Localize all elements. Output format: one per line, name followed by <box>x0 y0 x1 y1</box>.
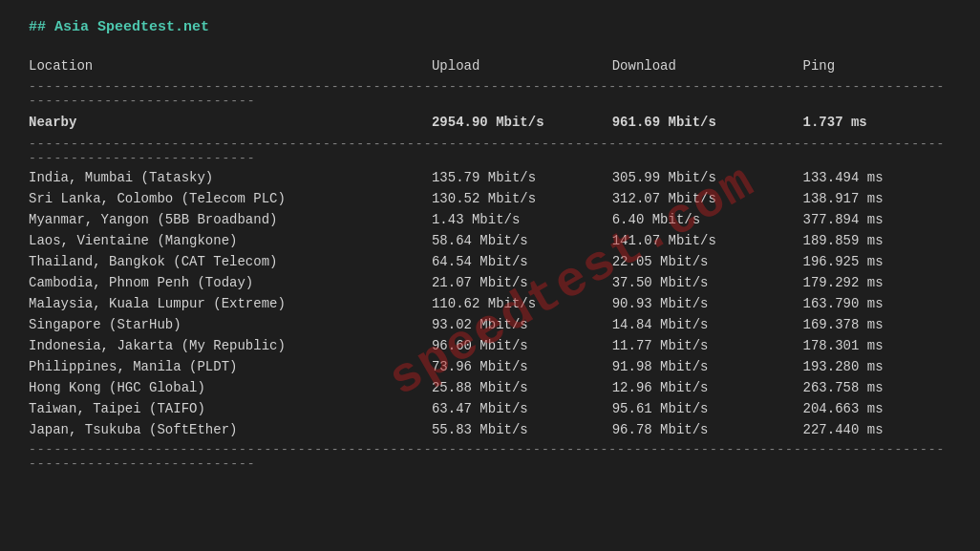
title-text: Asia Speedtest.net <box>54 19 209 35</box>
row-10-upload: 25.88 Mbit/s <box>432 377 612 398</box>
table-row: Thailand, Bangkok (CAT Telecom)64.54 Mbi… <box>29 251 951 272</box>
row-0-location: India, Mumbai (Tatasky) <box>29 167 432 188</box>
table-row: Japan, Tsukuba (SoftEther)55.83 Mbit/s96… <box>29 419 951 440</box>
row-2-upload: 1.43 Mbit/s <box>432 209 612 230</box>
row-12-download: 96.78 Mbit/s <box>612 419 803 440</box>
nearby-ping: 1.737 ms <box>803 110 951 135</box>
row-3-ping: 189.859 ms <box>803 230 951 251</box>
row-9-location: Philippines, Manila (PLDT) <box>29 356 432 377</box>
row-2-ping: 377.894 ms <box>803 209 951 230</box>
row-9-upload: 73.96 Mbit/s <box>432 356 612 377</box>
row-9-download: 91.98 Mbit/s <box>612 356 803 377</box>
row-2-download: 6.40 Mbit/s <box>612 209 803 230</box>
row-3-upload: 58.64 Mbit/s <box>432 230 612 251</box>
row-0-upload: 135.79 Mbit/s <box>432 167 612 188</box>
row-5-upload: 21.07 Mbit/s <box>432 272 612 293</box>
row-11-upload: 63.47 Mbit/s <box>432 398 612 419</box>
row-7-location: Singapore (StarHub) <box>29 314 432 335</box>
row-8-upload: 96.60 Mbit/s <box>432 335 612 356</box>
row-5-ping: 179.292 ms <box>803 272 951 293</box>
row-1-location: Sri Lanka, Colombo (Telecom PLC) <box>29 188 432 209</box>
title-prefix: ## <box>29 19 54 35</box>
table-row: Taiwan, Taipei (TAIFO)63.47 Mbit/s95.61 … <box>29 398 951 419</box>
table-row: Hong Kong (HGC Global)25.88 Mbit/s12.96 … <box>29 377 951 398</box>
row-11-ping: 204.663 ms <box>803 398 951 419</box>
header-ping: Ping <box>803 54 951 77</box>
row-6-download: 90.93 Mbit/s <box>612 293 803 314</box>
row-2-location: Myanmar, Yangon (5BB Broadband) <box>29 209 432 230</box>
row-4-upload: 64.54 Mbit/s <box>432 251 612 272</box>
table-row: Indonesia, Jakarta (My Republic)96.60 Mb… <box>29 335 951 356</box>
nearby-download: 961.69 Mbit/s <box>612 110 803 135</box>
row-10-ping: 263.758 ms <box>803 377 951 398</box>
row-10-download: 12.96 Mbit/s <box>612 377 803 398</box>
row-6-upload: 110.62 Mbit/s <box>432 293 612 314</box>
table-row: Malaysia, Kuala Lumpur (Extreme)110.62 M… <box>29 293 951 314</box>
table-header-row: Location Upload Download Ping <box>29 54 951 77</box>
row-12-location: Japan, Tsukuba (SoftEther) <box>29 419 432 440</box>
header-location: Location <box>29 54 432 77</box>
row-12-upload: 55.83 Mbit/s <box>432 419 612 440</box>
row-8-ping: 178.301 ms <box>803 335 951 356</box>
nearby-upload: 2954.90 Mbit/s <box>432 110 612 135</box>
row-4-location: Thailand, Bangkok (CAT Telecom) <box>29 251 432 272</box>
table-row: Sri Lanka, Colombo (Telecom PLC)130.52 M… <box>29 188 951 209</box>
row-0-ping: 133.494 ms <box>803 167 951 188</box>
row-11-location: Taiwan, Taipei (TAIFO) <box>29 398 432 419</box>
row-5-location: Cambodia, Phnom Penh (Today) <box>29 272 432 293</box>
row-1-upload: 130.52 Mbit/s <box>432 188 612 209</box>
row-4-ping: 196.925 ms <box>803 251 951 272</box>
row-5-download: 37.50 Mbit/s <box>612 272 803 293</box>
row-9-ping: 193.280 ms <box>803 356 951 377</box>
row-7-download: 14.84 Mbit/s <box>612 314 803 335</box>
row-4-download: 22.05 Mbit/s <box>612 251 803 272</box>
row-12-ping: 227.440 ms <box>803 419 951 440</box>
row-6-ping: 163.790 ms <box>803 293 951 314</box>
row-7-upload: 93.02 Mbit/s <box>432 314 612 335</box>
row-3-location: Laos, Vientaine (Mangkone) <box>29 230 432 251</box>
row-1-download: 312.07 Mbit/s <box>612 188 803 209</box>
row-11-download: 95.61 Mbit/s <box>612 398 803 419</box>
table-row: Singapore (StarHub)93.02 Mbit/s14.84 Mbi… <box>29 314 951 335</box>
header-divider: ----------------------------------------… <box>29 77 951 110</box>
header-upload: Upload <box>432 54 612 77</box>
header-download: Download <box>612 54 803 77</box>
row-8-location: Indonesia, Jakarta (My Republic) <box>29 335 432 356</box>
row-7-ping: 169.378 ms <box>803 314 951 335</box>
table-row: Cambodia, Phnom Penh (Today)21.07 Mbit/s… <box>29 272 951 293</box>
page-title: ## Asia Speedtest.net <box>29 19 951 35</box>
nearby-location: Nearby <box>29 110 432 135</box>
footer-divider: ----------------------------------------… <box>29 440 951 473</box>
nearby-row: Nearby 2954.90 Mbit/s 961.69 Mbit/s 1.73… <box>29 110 951 135</box>
speedtest-table: Location Upload Download Ping ----------… <box>29 54 951 473</box>
row-10-location: Hong Kong (HGC Global) <box>29 377 432 398</box>
table-row: Philippines, Manila (PLDT)73.96 Mbit/s91… <box>29 356 951 377</box>
row-1-ping: 138.917 ms <box>803 188 951 209</box>
table-row: Laos, Vientaine (Mangkone)58.64 Mbit/s14… <box>29 230 951 251</box>
row-8-download: 11.77 Mbit/s <box>612 335 803 356</box>
row-0-download: 305.99 Mbit/s <box>612 167 803 188</box>
nearby-divider: ----------------------------------------… <box>29 135 951 167</box>
row-3-download: 141.07 Mbit/s <box>612 230 803 251</box>
row-6-location: Malaysia, Kuala Lumpur (Extreme) <box>29 293 432 314</box>
table-row: India, Mumbai (Tatasky)135.79 Mbit/s305.… <box>29 167 951 188</box>
table-row: Myanmar, Yangon (5BB Broadband)1.43 Mbit… <box>29 209 951 230</box>
